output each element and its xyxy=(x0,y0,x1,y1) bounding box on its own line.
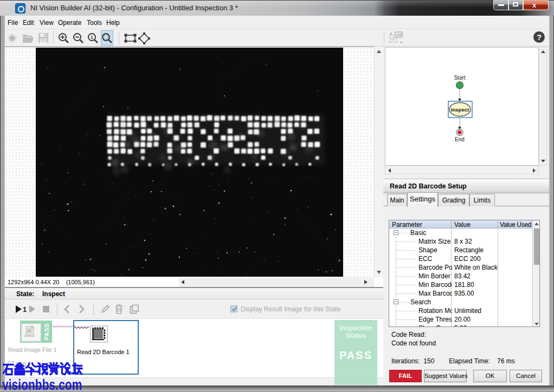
svg-text:Start: Start xyxy=(454,75,465,81)
svg-text:Inspect: Inspect xyxy=(451,107,469,113)
svg-text:End: End xyxy=(455,136,465,142)
svg-text:1: 1 xyxy=(23,305,27,313)
svg-text:1: 1 xyxy=(91,35,93,40)
